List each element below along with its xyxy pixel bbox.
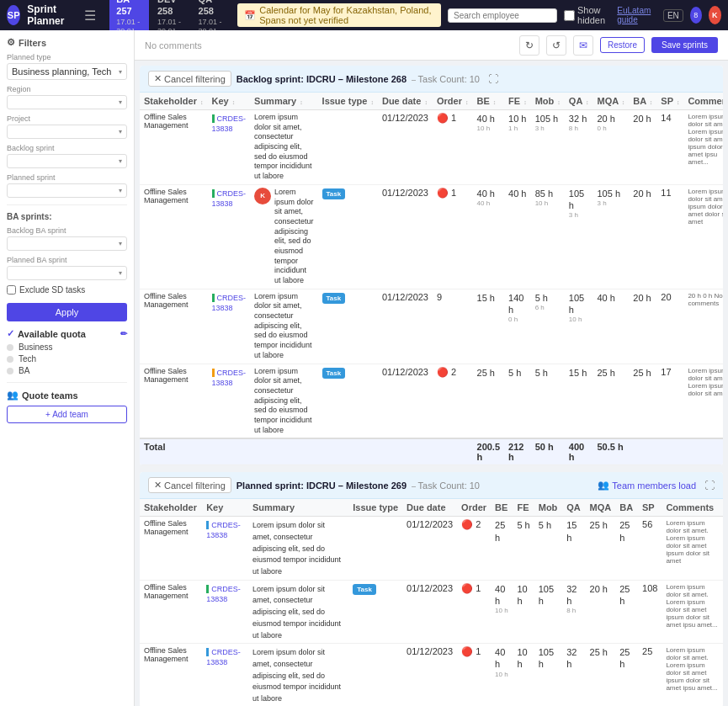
planned-ba-label: Planned BA sprint — [7, 256, 127, 264]
qa-cell: 32 h8 h — [565, 110, 593, 185]
cancel-filter-backlog-button[interactable]: ✕ Cancel filtering — [148, 71, 231, 87]
filters-title: ⚙ Filters — [7, 37, 127, 48]
key-cell: CRDES-13838 — [208, 289, 251, 364]
save-sprints-button[interactable]: Save sprints — [651, 37, 718, 53]
key-cell: CRDES-13838 — [208, 184, 251, 289]
total-sp — [656, 438, 683, 465]
stakeholder-cell: Offline Sales Management — [140, 110, 208, 185]
key-link[interactable]: CRDES-13838 — [206, 648, 241, 666]
menu-icon[interactable]: ☰ — [84, 8, 96, 24]
issue-badge: Task — [322, 293, 346, 304]
col-ba: BA — [615, 499, 638, 517]
comments-cell: Lorem ipsum dolor sit amet ipsum dolor s… — [683, 184, 723, 289]
table-header-row: Stakeholder ↕ Key ↕ Summary ↕ Issue type… — [140, 93, 723, 110]
show-hidden-checkbox[interactable] — [564, 10, 575, 21]
issue-type-cell: Task — [318, 364, 378, 438]
add-team-button[interactable]: + Add team — [7, 406, 127, 423]
col-issue-type: Issue type — [348, 499, 402, 517]
issue-type-cell — [348, 644, 402, 706]
qa-cell: 105 h10 h — [565, 289, 593, 364]
qa-cell: 32 h8 h — [562, 580, 585, 643]
exclude-sd-row: Exclude SD tasks — [7, 285, 127, 295]
issue-type-cell: Task — [348, 580, 402, 643]
mob-cell: 105 h — [534, 580, 562, 643]
ba-cell: 20 h — [629, 110, 656, 185]
quote-teams-section: 👥 Quote teams + Add team — [7, 390, 127, 423]
backlog-sprint-select[interactable]: ▾ — [7, 154, 127, 168]
key-link[interactable]: CRDES-13838 — [212, 369, 247, 387]
mqa-cell: 105 h3 h — [593, 184, 630, 289]
planned-type-select[interactable]: Business planning, Tech ▾ — [7, 63, 127, 80]
refresh-icon[interactable]: ↻ — [519, 35, 539, 56]
key-link[interactable]: CRDES-13838 — [206, 585, 241, 603]
reload-icon[interactable]: ↺ — [546, 35, 566, 56]
show-hidden-label[interactable]: Show hidden — [564, 5, 610, 25]
due-date-cell: 01/12/2023 — [378, 289, 433, 364]
fe-cell: 5 h — [513, 517, 534, 580]
col-issue-type: Issue type ↕ — [318, 93, 378, 110]
fe-cell: 10 h — [513, 644, 534, 706]
total-be: 200.5 h — [473, 438, 505, 465]
mob-cell: 85 h10 h — [531, 184, 565, 289]
be-cell: 40 h10 h — [491, 644, 513, 706]
team-members-button[interactable]: 👥 Team members load — [598, 480, 696, 491]
project-select[interactable]: ▾ — [7, 125, 127, 139]
be-cell: 40 h10 h — [491, 580, 513, 643]
chevron-down-icon: ▾ — [119, 68, 122, 76]
qa-cell: 15 h — [562, 517, 585, 580]
language-button[interactable]: EN — [663, 9, 683, 22]
order-cell: 🔴 1 — [457, 580, 491, 643]
quota-item-ba: BA — [7, 366, 127, 375]
ba-cell: 25 h — [615, 517, 638, 580]
planned-ba-select[interactable]: ▾ — [7, 266, 127, 280]
search-input[interactable] — [448, 8, 557, 23]
user-avatar[interactable]: K — [709, 6, 721, 24]
comments-cell: Lorem ipsum dolor sit amet. Lorem ipsum … — [662, 517, 723, 580]
table-row: Offline Sales Management CRDES-13838 Lor… — [140, 644, 723, 706]
eu-latam-link[interactable]: EuLatam guide — [617, 6, 656, 24]
col-sp: SP — [638, 499, 662, 517]
stakeholder-cell: Offline Sales Management — [140, 517, 202, 580]
apply-button[interactable]: Apply — [7, 303, 127, 321]
col-order: Order ↕ — [433, 93, 473, 110]
col-mob: Mob ↕ — [531, 93, 565, 110]
col-be: BE — [491, 499, 513, 517]
be-cell: 15 h — [473, 289, 505, 364]
col-mqa: MQA — [586, 499, 616, 517]
region-select[interactable]: ▾ — [7, 95, 127, 109]
total-row: Total 200.5 h 212 h 50 h 400 h 50.5 h — [140, 438, 723, 465]
expand-planned-button[interactable]: ⛶ — [704, 480, 715, 491]
table-row: Offline Sales Management CRDES-13838 Lor… — [140, 580, 723, 643]
qa-cell: 15 h — [565, 364, 593, 438]
issue-type-cell — [348, 517, 402, 580]
total-mqa: 50.5 h — [593, 438, 630, 465]
cancel-filter-planned-button[interactable]: ✕ Cancel filtering — [148, 477, 231, 493]
mqa-cell: 20 h — [586, 580, 616, 643]
restore-button[interactable]: Restore — [600, 37, 645, 53]
planned-sprint-select[interactable]: ▾ — [7, 183, 127, 198]
total-mob: 50 h — [531, 438, 565, 465]
quota-edit-icon[interactable]: ✏ — [120, 329, 127, 338]
key-cell: CRDES-13838 — [202, 580, 248, 643]
total-label: Total — [140, 438, 473, 465]
key-link[interactable]: CRDES-13838 — [206, 521, 241, 539]
avatar: K — [254, 188, 271, 204]
issue-type-cell: Task — [318, 289, 378, 364]
comments-cell: Lorem ipsum dolor sit amet. Lorem ipsum … — [662, 580, 723, 643]
key-link[interactable]: CRDES-13838 — [212, 189, 247, 208]
col-fe: FE — [513, 499, 534, 517]
calendar-icon: 📅 — [244, 10, 256, 21]
key-link[interactable]: CRDES-13838 — [212, 294, 247, 312]
backlog-ba-select[interactable]: ▾ — [7, 236, 127, 251]
export-icon[interactable]: ✉ — [573, 35, 593, 56]
key-link[interactable]: CRDES-13838 — [212, 114, 247, 133]
total-ba — [629, 438, 656, 465]
sp-cell: 56 — [638, 517, 662, 580]
expand-backlog-button[interactable]: ⛶ — [488, 73, 498, 85]
content-scroll[interactable]: ✕ Cancel filtering Backlog sprint: IDCRU… — [135, 61, 728, 706]
notifications-button[interactable]: 8 — [690, 7, 702, 24]
region-label: Region — [7, 85, 127, 93]
filter-icon: ⚙ — [7, 37, 15, 48]
exclude-sd-checkbox[interactable] — [7, 285, 16, 295]
main-layout: ⚙ Filters Planned type Business planning… — [0, 30, 728, 706]
